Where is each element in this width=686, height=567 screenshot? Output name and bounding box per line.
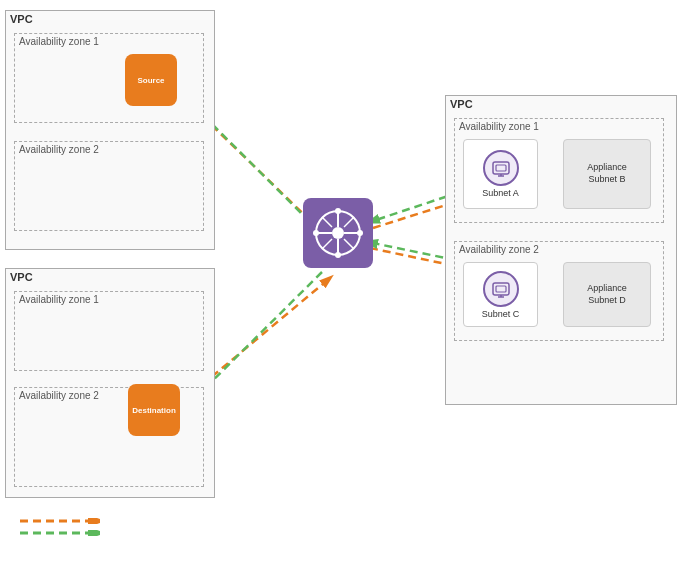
legend-orange xyxy=(20,518,100,524)
svg-rect-18 xyxy=(493,283,509,295)
subnet-a: Subnet A xyxy=(463,139,538,209)
vpc-right-az1: Availability zone 1 Subnet A ApplianceSu… xyxy=(454,118,664,223)
subnet-d-label: ApplianceSubnet D xyxy=(587,283,627,306)
hub-icon xyxy=(303,198,373,268)
vpc-left2-az1: Availability zone 1 xyxy=(14,291,204,371)
vpc-left1-label: VPC xyxy=(6,11,214,27)
subnet-c-label: Subnet C xyxy=(482,309,520,319)
legend xyxy=(20,518,100,542)
svg-line-7 xyxy=(344,239,354,249)
vpc-right-az1-label: Availability zone 1 xyxy=(455,119,663,134)
legend-green xyxy=(20,530,100,536)
vpc-right-label: VPC xyxy=(446,96,676,112)
svg-line-8 xyxy=(344,217,354,227)
subnet-c-icon xyxy=(483,271,519,307)
vpc-left2-label: VPC xyxy=(6,269,214,285)
vpc-left1-az2-label: Availability zone 2 xyxy=(15,142,203,157)
subnet-b-label: ApplianceSubnet B xyxy=(587,162,627,185)
svg-point-11 xyxy=(335,252,341,258)
svg-line-6 xyxy=(322,217,332,227)
diagram-container: VPC Availability zone 1 Availability zon… xyxy=(0,0,686,567)
subnet-d: ApplianceSubnet D xyxy=(563,262,651,327)
svg-rect-15 xyxy=(496,165,506,171)
vpc-right: VPC Availability zone 1 Subnet A Applian xyxy=(445,95,677,405)
subnet-b: ApplianceSubnet B xyxy=(563,139,651,209)
vpc-left1-az2: Availability zone 2 xyxy=(14,141,204,231)
legend-orange-line xyxy=(20,518,100,524)
subnet-a-label: Subnet A xyxy=(482,188,519,198)
svg-point-13 xyxy=(357,230,363,236)
svg-point-1 xyxy=(332,227,344,239)
legend-green-line xyxy=(20,530,100,536)
vpc-left2: VPC Availability zone 1 Availability zon… xyxy=(5,268,215,498)
source-node: Source xyxy=(125,54,177,106)
vpc-left1: VPC Availability zone 1 Availability zon… xyxy=(5,10,215,250)
svg-line-9 xyxy=(322,239,332,249)
svg-rect-19 xyxy=(496,286,506,292)
vpc-left1-az1-label: Availability zone 1 xyxy=(15,34,203,49)
subnet-a-icon xyxy=(483,150,519,186)
vpc-left2-az1-label: Availability zone 1 xyxy=(15,292,203,307)
svg-rect-14 xyxy=(493,162,509,174)
subnet-c: Subnet C xyxy=(463,262,538,327)
vpc-right-az2: Availability zone 2 Subnet C ApplianceSu… xyxy=(454,241,664,341)
destination-node: Destination xyxy=(128,384,180,436)
svg-point-12 xyxy=(313,230,319,236)
vpc-right-az2-label: Availability zone 2 xyxy=(455,242,663,257)
svg-point-10 xyxy=(335,208,341,214)
